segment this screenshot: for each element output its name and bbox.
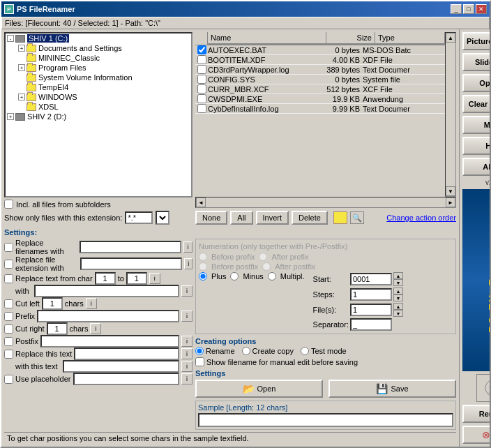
- name-column-header[interactable]: Name: [208, 32, 326, 45]
- prefix-icon-btn[interactable]: i: [181, 311, 192, 322]
- tree-item[interactable]: + Program Files: [6, 63, 191, 73]
- none-button[interactable]: None: [195, 211, 227, 225]
- replace-filenames-checkbox[interactable]: [4, 243, 13, 252]
- use-placeholder-icon-btn[interactable]: i: [181, 373, 192, 384]
- subfolders-checkbox[interactable]: [4, 200, 13, 209]
- files-spinner[interactable]: ▲ ▼: [393, 303, 405, 317]
- expand-icon[interactable]: +: [18, 64, 25, 71]
- table-row[interactable]: CONFIG.SYS 0 bytes System file: [195, 75, 445, 84]
- table-row[interactable]: AUTOEXEC.BAT 0 bytes MS-DOS Batc: [195, 45, 445, 55]
- before-prefix-radio[interactable]: [199, 253, 207, 261]
- after-postfix-radio[interactable]: [262, 262, 271, 271]
- replace-this-icon-btn[interactable]: i: [181, 348, 192, 359]
- file-checkbox[interactable]: [197, 75, 206, 84]
- steps-input[interactable]: [350, 288, 392, 301]
- delete-button[interactable]: Delete: [292, 211, 328, 225]
- tree-item[interactable]: + WINDOWS: [6, 92, 191, 102]
- type-column-header[interactable]: Type: [375, 32, 445, 45]
- horizontal-scrollbar[interactable]: ◄ ►: [195, 197, 456, 208]
- cut-right-input[interactable]: [47, 322, 68, 335]
- spin-down[interactable]: ▼: [393, 294, 403, 301]
- with-input[interactable]: [34, 285, 179, 297]
- slideshow-button[interactable]: Slideshow: [462, 53, 490, 71]
- clear-settings-button[interactable]: Clear settings: [462, 95, 490, 113]
- before-postfix-radio[interactable]: [199, 262, 207, 271]
- replace-this-text-checkbox[interactable]: [4, 350, 13, 359]
- maximize-button[interactable]: □: [463, 4, 474, 14]
- scroll-right-arrow[interactable]: ►: [446, 197, 455, 207]
- picturepreview-button[interactable]: Picturepreview: [462, 32, 490, 50]
- prefix-checkbox[interactable]: [4, 312, 13, 321]
- plus-radio[interactable]: [199, 272, 207, 281]
- help-button[interactable]: Help: [462, 137, 490, 155]
- table-row[interactable]: CD3rdPartyWrapper.log 389 bytes Text Doc…: [195, 65, 445, 75]
- sample-input[interactable]: AUTOEXEC.BAT: [198, 413, 453, 427]
- prefix-input[interactable]: [37, 310, 179, 322]
- file-checkbox[interactable]: [197, 55, 206, 64]
- scroll-down-arrow[interactable]: ▼: [446, 186, 455, 196]
- cut-left-checkbox[interactable]: [4, 299, 13, 308]
- expand-icon[interactable]: -: [7, 35, 14, 42]
- scroll-left-arrow[interactable]: ◄: [196, 197, 206, 207]
- close-button[interactable]: ✕: [476, 4, 487, 14]
- replace-extension-checkbox[interactable]: [4, 260, 13, 269]
- table-row[interactable]: CybDefInstallInfo.log 9.99 KB Text Docum…: [195, 104, 445, 114]
- vertical-scrollbar[interactable]: ▲ ▼: [445, 32, 456, 197]
- file-checkbox[interactable]: [197, 104, 206, 113]
- file-checkbox[interactable]: [197, 65, 206, 74]
- tree-item[interactable]: + Documents and Settings: [6, 43, 191, 53]
- minus-radio[interactable]: [230, 272, 239, 281]
- cut-right-checkbox[interactable]: [4, 324, 13, 334]
- file-checkbox[interactable]: [197, 45, 206, 54]
- replace-from-input[interactable]: [95, 272, 116, 285]
- tree-item-label[interactable]: System Volume Information: [38, 73, 133, 82]
- scroll-up-arrow[interactable]: ▲: [446, 33, 455, 43]
- search-button[interactable]: 🔍: [350, 211, 364, 224]
- multipl-radio[interactable]: [268, 272, 276, 281]
- files-input[interactable]: [350, 304, 392, 316]
- action-order-link[interactable]: Change action order: [386, 214, 456, 222]
- all-button[interactable]: All: [230, 211, 252, 225]
- use-placeholder-checkbox[interactable]: [4, 375, 13, 384]
- folder-tree[interactable]: - SHIV 1 (C:) + Documents and Settings M…: [4, 32, 192, 197]
- steps-spinner[interactable]: ▲ ▼: [393, 288, 405, 301]
- size-column-header[interactable]: Size: [326, 32, 375, 45]
- file-checkbox[interactable]: [197, 94, 206, 103]
- open-button[interactable]: 📂 Open: [195, 380, 323, 398]
- replace-filenames-icon-btn[interactable]: i: [183, 241, 192, 253]
- table-row[interactable]: CWSDPMI.EXE 19.9 KB Anwendung: [195, 94, 445, 104]
- tree-item-label[interactable]: SHIV 1 (C:): [27, 34, 69, 43]
- with-this-text-icon-btn[interactable]: i: [181, 361, 192, 372]
- cut-right-icon-btn[interactable]: i: [90, 323, 101, 334]
- with-icon-btn[interactable]: i: [181, 285, 192, 297]
- expand-icon[interactable]: +: [18, 45, 25, 52]
- options-button[interactable]: Options: [462, 74, 490, 92]
- create-copy-radio[interactable]: [242, 347, 250, 355]
- menu-button[interactable]: Menu: [462, 116, 490, 134]
- cut-left-input[interactable]: [42, 297, 63, 310]
- extension-dropdown[interactable]: ▼: [156, 211, 169, 225]
- about-button[interactable]: About: [462, 158, 490, 176]
- tree-item-label[interactable]: WINDOWS: [38, 93, 77, 101]
- cut-left-icon-btn[interactable]: i: [86, 298, 97, 309]
- start-spinner[interactable]: ▲ ▼: [393, 272, 405, 286]
- tree-item[interactable]: XDSL: [6, 102, 191, 112]
- test-mode-radio[interactable]: [301, 347, 309, 355]
- tree-item[interactable]: - SHIV 1 (C:): [6, 33, 191, 43]
- show-filename-checkbox[interactable]: [195, 357, 204, 366]
- postfix-icon-btn[interactable]: i: [181, 336, 192, 347]
- file-list[interactable]: Name Size Type AUTOEXEC.BAT 0 bytes MS-D: [195, 32, 445, 197]
- spin-down[interactable]: ▼: [393, 310, 403, 317]
- spin-up[interactable]: ▲: [393, 288, 403, 294]
- tree-item-label[interactable]: Program Files: [38, 64, 86, 72]
- spin-up[interactable]: ▲: [393, 303, 403, 310]
- minimize-button[interactable]: _: [451, 4, 462, 14]
- tree-item-label[interactable]: SHIV 2 (D:): [27, 112, 66, 121]
- replace-filenames-input[interactable]: [80, 241, 181, 253]
- replace-extension-icon-btn[interactable]: i: [184, 258, 192, 269]
- start-input[interactable]: [350, 273, 392, 285]
- replace-this-text-input[interactable]: [74, 348, 179, 360]
- use-placeholder-input[interactable]: [73, 373, 180, 385]
- tree-item-label[interactable]: MININEC_Classic: [38, 54, 100, 62]
- separator-input[interactable]: [350, 318, 392, 331]
